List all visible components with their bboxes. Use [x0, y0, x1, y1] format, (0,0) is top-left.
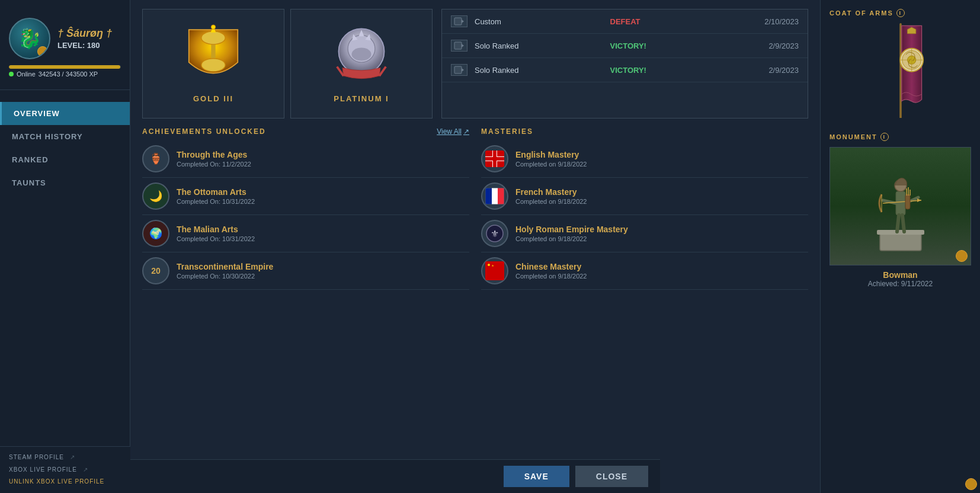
close-button[interactable]: CLOSE	[575, 466, 648, 487]
video-icon-0[interactable]	[451, 15, 467, 27]
match-mode-0: Custom	[475, 17, 603, 26]
mas-icon-chinese	[481, 257, 508, 284]
ach-date-ottoman: Completed On: 10/31/2022	[177, 198, 255, 205]
save-button[interactable]: SAVE	[504, 466, 569, 487]
achievements-list: 🏺 Through the Ages Completed On: 11/2/20…	[142, 140, 469, 290]
mas-date-hre: Completed on 9/18/2022	[515, 235, 628, 242]
svg-rect-39	[877, 230, 924, 235]
video-icon-2[interactable]	[451, 64, 467, 76]
video-icon-1[interactable]	[451, 40, 467, 52]
mas-item-1: French Mastery Completed on 9/18/2022	[481, 178, 808, 215]
mas-date-french: Completed on 9/18/2022	[515, 198, 587, 205]
coat-of-arms-title: COAT OF ARMS i	[830, 9, 971, 17]
svg-rect-23	[492, 188, 498, 204]
nav-item-match-history[interactable]: MATCH HISTORY	[0, 125, 130, 148]
xbox-live-link[interactable]: XBOX LIVE PROFILE	[9, 466, 77, 473]
mas-item-2: ⚜ Holy Roman Empire Mastery Completed on…	[481, 215, 808, 252]
monument-title: MONUMENT i	[830, 133, 971, 141]
svg-rect-24	[498, 188, 504, 204]
mas-title-french: French Mastery	[515, 187, 587, 197]
svg-point-4	[211, 25, 215, 29]
nav-item-overview[interactable]: OVERVIEW	[0, 102, 130, 125]
bottom-buttons: SAVE CLOSE	[130, 459, 660, 493]
match-row-0: Custom DEFEAT 2/10/2023	[442, 9, 808, 34]
bowman-figure	[865, 156, 936, 257]
nav-item-ranked[interactable]: RANKED	[0, 148, 130, 171]
steam-profile-link[interactable]: STEAM PROFILE	[9, 454, 64, 460]
svg-rect-15	[454, 66, 462, 73]
mas-item-3: Chinese Mastery Completed on 9/18/2022	[481, 252, 808, 290]
svg-rect-13	[454, 42, 462, 49]
match-result-0: DEFEAT	[610, 17, 739, 26]
unlink-xbox-link[interactable]: UNLINK XBOX LIVE PROFILE	[9, 478, 104, 485]
right-sidebar: COAT OF ARMS i	[820, 0, 980, 493]
ach-item-2: 🌍 The Malian Arts Completed On: 10/31/20…	[142, 215, 469, 252]
nav-item-taunts[interactable]: TAUNTS	[0, 171, 130, 194]
platinum-rank-emblem	[329, 24, 394, 89]
platinum-rank-label: PLATINUM I	[334, 94, 389, 103]
sidebar: † Ŝáurøŋ † LEVEL: 180 Online 342543 / 34…	[0, 0, 130, 493]
svg-rect-38	[880, 233, 921, 251]
banner-container	[830, 23, 971, 118]
mas-title-hre: Holy Roman Empire Mastery	[515, 225, 628, 234]
avatar-row: † Ŝáurøŋ † LEVEL: 180	[9, 18, 121, 59]
achievements-label: ACHIEVEMENTS UNLOCKED	[142, 127, 266, 136]
match-row-1: Solo Ranked VICTORY! 2/9/2023	[442, 34, 808, 58]
monument-edit-badge[interactable]	[956, 250, 968, 262]
match-date-2: 2/9/2023	[745, 66, 799, 75]
monument-name: Bowman	[830, 270, 971, 280]
xp-bar-bg	[9, 65, 121, 69]
ach-icon-transcontinental: 20	[142, 257, 169, 284]
svg-marker-16	[462, 68, 464, 72]
ach-title-ages: Through the Ages	[177, 150, 251, 159]
nav-menu: OVERVIEW MATCH HISTORY RANKED TAUNTS	[0, 90, 130, 457]
rank-card-platinum: PLATINUM I	[290, 9, 433, 119]
ach-icon-malian: 🌍	[142, 220, 169, 247]
link-row: STEAM PROFILE ↗ XBOX LIVE PROFILE ↗	[9, 454, 121, 473]
coat-of-arms-edit-badge[interactable]	[965, 478, 977, 490]
svg-rect-21	[493, 151, 497, 167]
gold-rank-label: GOLD III	[193, 94, 233, 103]
svg-point-7	[352, 47, 371, 60]
xp-text: Online 342543 / 343500 XP	[9, 71, 121, 78]
banner-svg	[874, 23, 927, 118]
svg-marker-14	[462, 44, 464, 47]
monument-section: MONUMENT i	[830, 133, 971, 288]
ach-item-1: 🌙 The Ottoman Arts Completed On: 10/31/2…	[142, 178, 469, 215]
bottom-links-section: STEAM PROFILE ↗ XBOX LIVE PROFILE ↗ UNLI…	[0, 446, 130, 493]
coat-of-arms-info-icon[interactable]: i	[896, 9, 905, 17]
masteries-header: MASTERIES	[481, 127, 808, 136]
match-date-0: 2/10/2023	[745, 17, 799, 26]
view-all-button[interactable]: View All ↗	[437, 127, 469, 136]
ach-info-ottoman: The Ottoman Arts Completed On: 10/31/202…	[177, 187, 255, 205]
monument-date: Achieved: 9/11/2022	[830, 280, 971, 288]
achievements-header: ACHIEVEMENTS UNLOCKED View All ↗	[142, 127, 469, 136]
mas-info-french: French Mastery Completed on 9/18/2022	[515, 187, 587, 205]
online-dot	[9, 72, 14, 76]
monument-info-icon[interactable]: i	[880, 133, 889, 141]
match-mode-2: Solo Ranked	[475, 66, 603, 75]
mas-icon-french	[481, 183, 508, 210]
match-result-1: VICTORY!	[610, 41, 739, 50]
avatar	[9, 18, 50, 59]
svg-marker-12	[462, 20, 464, 23]
mas-info-chinese: Chinese Mastery Completed on 9/18/2022	[515, 262, 587, 280]
masteries-section: MASTERIES	[481, 127, 808, 460]
svg-point-2	[201, 59, 225, 72]
player-header: † Ŝáurøŋ † LEVEL: 180 Online 342543 / 34…	[0, 12, 130, 90]
mas-icon-hre: ⚜	[481, 220, 508, 247]
mas-info-english: English Mastery Completed on 9/18/2022	[515, 150, 587, 168]
mas-title-english: English Mastery	[515, 150, 587, 159]
player-info: † Ŝáurøŋ † LEVEL: 180	[57, 27, 112, 50]
rank-card-gold: GOLD III	[142, 9, 284, 119]
match-mode-1: Solo Ranked	[475, 41, 603, 50]
match-row-2: Solo Ranked VICTORY! 2/9/2023	[442, 58, 808, 82]
ach-info-ages: Through the Ages Completed On: 11/2/2022	[177, 150, 251, 168]
ach-item-3: 20 Transcontinental Empire Completed On:…	[142, 252, 469, 290]
ach-item-0: 🏺 Through the Ages Completed On: 11/2/20…	[142, 140, 469, 178]
ach-date-malian: Completed On: 10/31/2022	[177, 235, 255, 242]
ach-date-transcontinental: Completed On: 10/30/2022	[177, 273, 273, 280]
svg-rect-22	[485, 188, 492, 204]
svg-marker-46	[917, 199, 921, 202]
svg-point-1	[201, 31, 225, 44]
